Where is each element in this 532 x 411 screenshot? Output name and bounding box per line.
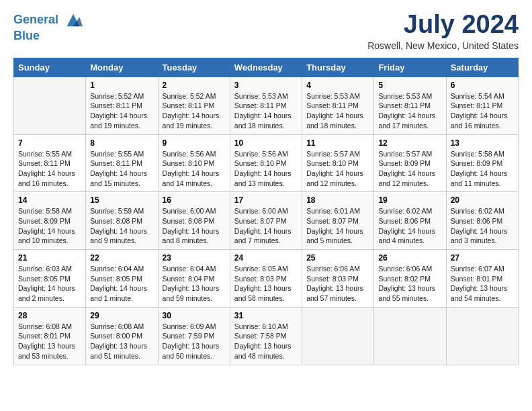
- calendar-cell: 9Sunrise: 5:56 AMSunset: 8:10 PMDaylight…: [158, 134, 230, 192]
- calendar-cell: 19Sunrise: 6:02 AMSunset: 8:06 PMDayligh…: [374, 192, 446, 250]
- day-info: Sunrise: 6:02 AMSunset: 8:06 PMDaylight:…: [451, 206, 514, 246]
- col-header-saturday: Saturday: [446, 58, 518, 77]
- calendar-cell: 11Sunrise: 5:57 AMSunset: 8:10 PMDayligh…: [302, 134, 374, 192]
- logo: General Blue: [13, 11, 83, 43]
- calendar-cell: 2Sunrise: 5:52 AMSunset: 8:11 PMDaylight…: [158, 77, 230, 134]
- calendar-cell: 23Sunrise: 6:04 AMSunset: 8:04 PMDayligh…: [158, 250, 230, 308]
- day-info: Sunrise: 6:09 AMSunset: 7:59 PMDaylight:…: [163, 322, 226, 361]
- calendar-cell: 26Sunrise: 6:06 AMSunset: 8:02 PMDayligh…: [374, 250, 446, 308]
- calendar-cell: 17Sunrise: 6:00 AMSunset: 8:07 PMDayligh…: [230, 192, 302, 250]
- calendar-cell: 22Sunrise: 6:04 AMSunset: 8:05 PMDayligh…: [86, 250, 158, 308]
- col-header-monday: Monday: [86, 58, 158, 77]
- day-number: 12: [378, 138, 441, 148]
- day-info: Sunrise: 6:06 AMSunset: 8:03 PMDaylight:…: [306, 264, 369, 304]
- day-number: 2: [163, 81, 226, 90]
- calendar-cell: [14, 77, 86, 134]
- week-row-3: 14Sunrise: 5:58 AMSunset: 8:09 PMDayligh…: [14, 192, 519, 250]
- day-number: 14: [18, 195, 81, 205]
- day-info: Sunrise: 6:04 AMSunset: 8:05 PMDaylight:…: [90, 264, 153, 304]
- day-info: Sunrise: 6:10 AMSunset: 7:58 PMDaylight:…: [234, 322, 298, 361]
- col-header-tuesday: Tuesday: [158, 58, 230, 77]
- col-header-thursday: Thursday: [302, 58, 374, 77]
- day-info: Sunrise: 6:08 AMSunset: 8:00 PMDaylight:…: [90, 322, 153, 361]
- calendar-cell: [374, 307, 446, 365]
- day-number: 15: [90, 195, 153, 205]
- day-number: 25: [306, 253, 369, 263]
- day-info: Sunrise: 5:52 AMSunset: 8:11 PMDaylight:…: [90, 91, 153, 131]
- page-header: General Blue July 2024 Roswell, New Mexi…: [13, 11, 519, 51]
- day-info: Sunrise: 5:52 AMSunset: 8:11 PMDaylight:…: [163, 91, 226, 131]
- calendar-cell: 1Sunrise: 5:52 AMSunset: 8:11 PMDaylight…: [86, 77, 158, 134]
- day-number: 18: [306, 195, 369, 205]
- day-info: Sunrise: 5:59 AMSunset: 8:08 PMDaylight:…: [90, 206, 153, 246]
- calendar-cell: 6Sunrise: 5:54 AMSunset: 8:11 PMDaylight…: [446, 77, 518, 134]
- day-info: Sunrise: 6:05 AMSunset: 8:03 PMDaylight:…: [234, 264, 298, 304]
- day-info: Sunrise: 5:56 AMSunset: 8:10 PMDaylight:…: [234, 149, 298, 189]
- calendar-cell: 29Sunrise: 6:08 AMSunset: 8:00 PMDayligh…: [86, 307, 158, 365]
- day-number: 7: [18, 138, 81, 148]
- calendar-table: SundayMondayTuesdayWednesdayThursdayFrid…: [13, 58, 519, 365]
- week-row-5: 28Sunrise: 6:08 AMSunset: 8:01 PMDayligh…: [14, 307, 519, 365]
- calendar-cell: 20Sunrise: 6:02 AMSunset: 8:06 PMDayligh…: [446, 192, 518, 250]
- day-info: Sunrise: 6:06 AMSunset: 8:02 PMDaylight:…: [378, 264, 441, 304]
- calendar-cell: 4Sunrise: 5:53 AMSunset: 8:11 PMDaylight…: [302, 77, 374, 134]
- day-info: Sunrise: 6:03 AMSunset: 8:05 PMDaylight:…: [18, 264, 81, 304]
- day-info: Sunrise: 5:55 AMSunset: 8:11 PMDaylight:…: [18, 149, 81, 189]
- day-info: Sunrise: 5:58 AMSunset: 8:09 PMDaylight:…: [451, 149, 514, 189]
- calendar-cell: 5Sunrise: 5:53 AMSunset: 8:11 PMDaylight…: [374, 77, 446, 134]
- calendar-cell: 31Sunrise: 6:10 AMSunset: 7:58 PMDayligh…: [230, 307, 302, 365]
- day-number: 8: [90, 138, 153, 148]
- calendar-cell: [446, 307, 518, 365]
- day-info: Sunrise: 6:02 AMSunset: 8:06 PMDaylight:…: [378, 206, 441, 246]
- day-info: Sunrise: 6:07 AMSunset: 8:01 PMDaylight:…: [451, 264, 514, 304]
- day-number: 6: [451, 81, 514, 90]
- day-number: 13: [451, 138, 514, 148]
- day-number: 3: [234, 81, 298, 90]
- day-number: 17: [234, 195, 298, 205]
- calendar-cell: [302, 307, 374, 365]
- calendar-cell: 12Sunrise: 5:57 AMSunset: 8:09 PMDayligh…: [374, 134, 446, 192]
- day-info: Sunrise: 5:54 AMSunset: 8:11 PMDaylight:…: [451, 91, 514, 131]
- col-header-friday: Friday: [374, 58, 446, 77]
- day-number: 22: [90, 253, 153, 263]
- calendar-cell: 13Sunrise: 5:58 AMSunset: 8:09 PMDayligh…: [446, 134, 518, 192]
- day-number: 4: [306, 81, 369, 90]
- day-number: 26: [378, 253, 441, 263]
- month-title: July 2024: [367, 11, 519, 39]
- logo-text: General: [13, 11, 83, 30]
- day-number: 11: [306, 138, 369, 148]
- day-info: Sunrise: 5:58 AMSunset: 8:09 PMDaylight:…: [18, 206, 81, 246]
- week-row-4: 21Sunrise: 6:03 AMSunset: 8:05 PMDayligh…: [14, 250, 519, 308]
- calendar-cell: 14Sunrise: 5:58 AMSunset: 8:09 PMDayligh…: [14, 192, 86, 250]
- day-info: Sunrise: 6:01 AMSunset: 8:07 PMDaylight:…: [306, 206, 369, 246]
- calendar-cell: 7Sunrise: 5:55 AMSunset: 8:11 PMDaylight…: [14, 134, 86, 192]
- calendar-cell: 25Sunrise: 6:06 AMSunset: 8:03 PMDayligh…: [302, 250, 374, 308]
- day-info: Sunrise: 5:57 AMSunset: 8:09 PMDaylight:…: [378, 149, 441, 189]
- day-info: Sunrise: 6:08 AMSunset: 8:01 PMDaylight:…: [18, 322, 81, 361]
- day-number: 9: [163, 138, 226, 148]
- calendar-cell: 24Sunrise: 6:05 AMSunset: 8:03 PMDayligh…: [230, 250, 302, 308]
- calendar-cell: 3Sunrise: 5:53 AMSunset: 8:11 PMDaylight…: [230, 77, 302, 134]
- day-number: 30: [163, 311, 226, 320]
- calendar-cell: 8Sunrise: 5:55 AMSunset: 8:11 PMDaylight…: [86, 134, 158, 192]
- day-number: 20: [451, 195, 514, 205]
- day-info: Sunrise: 6:04 AMSunset: 8:04 PMDaylight:…: [163, 264, 226, 304]
- day-info: Sunrise: 5:53 AMSunset: 8:11 PMDaylight:…: [378, 91, 441, 131]
- day-number: 10: [234, 138, 298, 148]
- day-info: Sunrise: 5:55 AMSunset: 8:11 PMDaylight:…: [90, 149, 153, 189]
- day-info: Sunrise: 5:57 AMSunset: 8:10 PMDaylight:…: [306, 149, 369, 189]
- day-number: 1: [90, 81, 153, 90]
- day-number: 21: [18, 253, 81, 263]
- day-number: 31: [234, 311, 298, 320]
- calendar-cell: 27Sunrise: 6:07 AMSunset: 8:01 PMDayligh…: [446, 250, 518, 308]
- day-number: 29: [90, 311, 153, 320]
- day-number: 16: [163, 195, 226, 205]
- calendar-cell: 15Sunrise: 5:59 AMSunset: 8:08 PMDayligh…: [86, 192, 158, 250]
- calendar-cell: 28Sunrise: 6:08 AMSunset: 8:01 PMDayligh…: [14, 307, 86, 365]
- day-number: 5: [378, 81, 441, 90]
- day-number: 19: [378, 195, 441, 205]
- title-block: July 2024 Roswell, New Mexico, United St…: [367, 11, 519, 51]
- logo-subtext: Blue: [13, 30, 83, 43]
- col-header-sunday: Sunday: [14, 58, 86, 77]
- day-number: 24: [234, 253, 298, 263]
